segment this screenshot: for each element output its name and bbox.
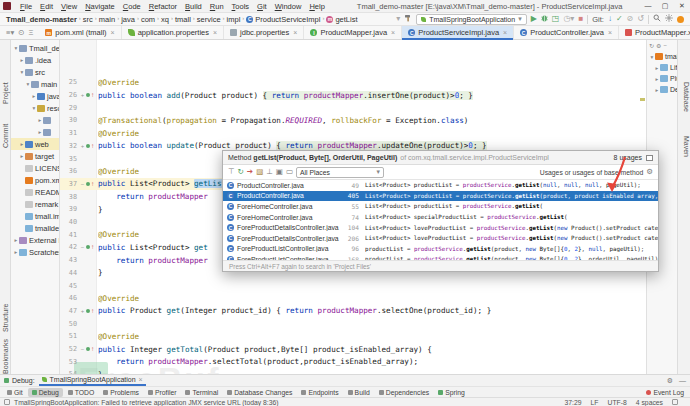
window-control[interactable]: — — [640, 2, 656, 10]
toolwindow-button-debug[interactable]: Debug — [28, 388, 63, 397]
breadcrumb-item[interactable]: impl — [227, 15, 241, 24]
close-icon[interactable]: × — [139, 376, 143, 383]
menu-item[interactable]: Git — [253, 2, 271, 11]
menu-item[interactable]: File — [16, 2, 36, 11]
override-gutter-icon[interactable]: ↑ — [86, 143, 98, 149]
breadcrumb-item[interactable]: main — [99, 15, 115, 24]
git-rollback-button[interactable]: ⊘ — [627, 15, 634, 23]
usage-row[interactable]: CProductController.java405List<Product> … — [223, 191, 658, 202]
toolwindow-button-endpoints[interactable]: Endpoints — [297, 388, 342, 397]
group-by-icon[interactable]: ▨ — [256, 168, 263, 176]
tree-item[interactable]: tmallde — [11, 222, 59, 234]
structure-icon[interactable]: Ξ — [28, 28, 33, 37]
tree-item[interactable]: ▸ — [11, 126, 59, 138]
lock-icon[interactable] — [672, 399, 678, 405]
recent-icon[interactable]: ⊙ — [18, 28, 24, 37]
toolwindow-button-database-changes[interactable]: Database Changes — [223, 388, 296, 397]
menu-item[interactable]: Help — [305, 2, 328, 11]
collapse-icon[interactable]: − — [663, 42, 667, 49]
toolwindow-toggle-icon[interactable] — [4, 399, 10, 405]
notification-orb-icon[interactable] — [677, 16, 684, 23]
window-control[interactable]: ✕ — [674, 2, 690, 10]
editor-tab[interactable]: ProductMapper.xml× — [619, 26, 690, 39]
stop-button[interactable]: ■ — [578, 15, 583, 23]
tree-item[interactable]: ▸Scratches and Consoles — [11, 246, 59, 258]
tree-item[interactable]: ▸web — [11, 138, 59, 150]
menu-item[interactable]: Run — [206, 2, 228, 11]
fold-marker[interactable]: + — [79, 143, 86, 149]
usage-row[interactable]: CForeProductDetailsController.java206Lis… — [223, 233, 658, 244]
git-update-button[interactable]: ↓ — [608, 15, 612, 23]
editor-tab[interactable]: application.properties× — [122, 26, 224, 39]
debug-button[interactable] — [541, 14, 548, 24]
toolwindow-stripe-database[interactable]: Database — [683, 82, 690, 112]
project-tree-panel[interactable]: ▾Tmall_demo-master▸.idea▾src▾main▸java▾r… — [11, 40, 60, 374]
scope-select[interactable]: All Places ▾ — [296, 167, 384, 178]
breadcrumb-item[interactable]: mgetList — [326, 15, 357, 24]
toolwindow-button-terminal[interactable]: Terminal — [181, 388, 222, 397]
close-tab-icon[interactable]: × — [293, 29, 297, 36]
user-icon[interactable]: ▾ — [396, 15, 400, 23]
toolwindow-button-problems[interactable]: Problems — [99, 388, 143, 397]
editor-tab[interactable]: IProductMapper.java× — [304, 26, 402, 39]
window-control[interactable]: ▢ — [657, 2, 673, 10]
tree-item[interactable]: pom.xml — [11, 174, 59, 186]
usage-row[interactable]: CForeProductListController.java96product… — [223, 244, 658, 255]
usage-row[interactable]: CForeHomeController.java74List<Product> … — [223, 212, 658, 223]
toolwindow-stripe-maven[interactable]: Maven — [683, 136, 690, 157]
tree-item[interactable]: ▸External Libraries — [11, 234, 59, 246]
run-button[interactable]: ▶ — [531, 15, 537, 23]
override-gutter-icon[interactable]: ↑ — [86, 346, 98, 352]
toolwindow-button-git[interactable]: Git — [3, 388, 27, 397]
toolwindow-button-build[interactable]: Build — [344, 388, 374, 397]
fold-marker[interactable]: + — [79, 92, 86, 98]
toolwindow-button-todo[interactable]: TODO — [64, 388, 99, 397]
breadcrumb-item[interactable]: src — [83, 15, 93, 24]
toolwindow-stripe-commit[interactable]: Commit — [2, 124, 9, 148]
breadcrumb-item[interactable]: java — [121, 15, 135, 24]
editor-tab[interactable]: CProductController.java× — [514, 26, 619, 39]
menu-item[interactable]: Navigate — [81, 2, 119, 11]
menu-item[interactable]: Build — [181, 2, 206, 11]
status-widget[interactable]: LF — [591, 399, 599, 406]
maven-item[interactable]: ▸Plugins — [647, 73, 677, 84]
debugbar-settings-gear-icon[interactable]: ⚙ — [667, 377, 673, 385]
close-tab-icon[interactable]: × — [213, 29, 217, 36]
profiler-button[interactable]: ◷▾ — [563, 15, 574, 23]
stop-search-icon[interactable]: ➔ — [247, 168, 253, 176]
override-gutter-icon[interactable]: ↑ — [86, 244, 98, 250]
open-in-window-icon[interactable] — [646, 155, 653, 161]
breadcrumb-item[interactable]: com — [141, 15, 155, 24]
settings-gear-icon[interactable] — [665, 14, 673, 24]
close-tab-icon[interactable]: × — [111, 29, 115, 36]
override-gutter-icon[interactable]: ↑ — [86, 308, 98, 314]
build-hammer-icon[interactable] — [404, 14, 412, 24]
popup-settings-gear-icon[interactable]: ⚙ — [646, 168, 653, 176]
tree-item[interactable]: ▾resources — [11, 102, 59, 114]
editor-tab[interactable]: mpom.xml (tmall)× — [39, 26, 121, 39]
preview-icon[interactable]: ▣ — [276, 168, 283, 176]
debug-session-tab[interactable]: TmallSpringBootApplication × — [39, 375, 146, 386]
fold-marker[interactable]: − — [79, 244, 86, 250]
pin-icon[interactable]: ⊤ — [228, 168, 235, 176]
run-with-coverage-button[interactable]: ◳ — [552, 15, 560, 23]
close-tab-icon[interactable]: × — [608, 29, 612, 36]
rerun-icon[interactable]: ↻ — [238, 168, 244, 176]
toolwindow-button-profiler[interactable]: Profiler — [144, 388, 181, 397]
status-widget[interactable]: 37:29 — [565, 399, 582, 406]
status-widget[interactable]: UTF-8 — [608, 399, 627, 406]
menu-item[interactable]: Window — [271, 2, 306, 11]
close-tab-icon[interactable]: × — [391, 29, 395, 36]
menu-item[interactable]: Edit — [36, 2, 57, 11]
menu-item[interactable]: View — [57, 2, 81, 11]
status-widget[interactable]: 4 spaces — [636, 399, 663, 406]
toolwindow-stripe-structure[interactable]: Structure — [2, 304, 9, 332]
tree-item[interactable]: ▾Tmall_demo-master — [11, 42, 59, 54]
open-in-tool-window-icon[interactable]: ▭ — [286, 168, 293, 176]
status-message[interactable]: TmallSpringBootApplication: Failed to re… — [14, 399, 279, 406]
search-everywhere-button[interactable] — [653, 14, 661, 24]
tree-item[interactable]: README.md — [11, 186, 59, 198]
toolwindow-stripe-bookmarks[interactable]: Bookmarks — [2, 339, 9, 374]
event-log-button[interactable]: Event Log — [646, 389, 690, 396]
maven-item[interactable]: ▸Lifecycle — [647, 62, 677, 73]
